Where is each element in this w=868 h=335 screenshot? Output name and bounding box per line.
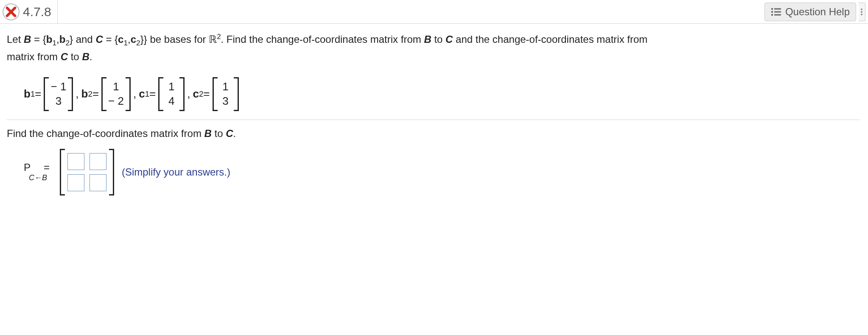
b2-row2: − 2 — [108, 95, 124, 108]
vector-b2: 1 − 2 — [101, 77, 131, 111]
svg-point-2 — [771, 11, 773, 12]
svg-point-8 — [861, 14, 862, 15]
text: } be bases for — [144, 34, 209, 45]
text: 2 — [217, 33, 221, 41]
b1-row2: 3 — [52, 95, 65, 108]
text: C — [445, 34, 453, 45]
basis-vectors: b1 = − 1 3 , b2 = 1 − 2 , c1 = 1 4 , c2 … — [24, 77, 860, 111]
answer-matrix — [60, 149, 114, 195]
svg-rect-3 — [774, 11, 781, 12]
matrix-cell-12[interactable] — [90, 153, 106, 170]
P-subscript: C←B — [29, 173, 47, 183]
b1-row1: − 1 — [50, 80, 66, 93]
c1-label: c1 = — [139, 87, 156, 100]
vector-b1: − 1 3 — [44, 77, 73, 111]
sub-prompt: Find the change-of-coordinates matrix fr… — [7, 128, 860, 140]
answer-area: P = C←B (Simplify your answers.) — [24, 149, 860, 195]
svg-point-6 — [861, 8, 862, 10]
b2-label: b2 = — [81, 87, 99, 100]
b2-row1: 1 — [110, 80, 123, 93]
text: to — [431, 34, 445, 45]
svg-point-0 — [771, 8, 773, 9]
c2-row1: 1 — [219, 80, 232, 93]
text: B — [424, 34, 431, 45]
equals: = — [44, 162, 52, 173]
vector-c1: 1 4 — [158, 77, 185, 111]
help-label: Question Help — [785, 6, 850, 18]
svg-point-4 — [771, 14, 773, 15]
list-icon — [771, 8, 781, 16]
problem-statement: Let B = {b1,b2} and C = {c1,c2}} be base… — [7, 31, 860, 65]
svg-rect-1 — [774, 8, 781, 9]
c1-row2: 4 — [165, 95, 178, 108]
matrix-cell-11[interactable] — [67, 153, 84, 170]
section-divider — [7, 120, 860, 120]
simplify-hint: (Simplify your answers.) — [122, 166, 230, 178]
c1-row1: 1 — [165, 80, 178, 93]
P-letter: P — [24, 162, 33, 173]
text: Let — [7, 34, 24, 45]
text: ℝ — [209, 34, 217, 45]
text: . Find the change-of-coordinates matrix … — [221, 34, 424, 45]
next-button-truncated[interactable] — [859, 3, 865, 21]
svg-rect-5 — [774, 14, 781, 15]
incorrect-icon — [3, 3, 20, 20]
vector-c2: 1 3 — [213, 77, 239, 111]
header-left: 4.7.8 — [3, 0, 58, 24]
matrix-label-P: P = C←B — [24, 162, 52, 183]
header-right: Question Help — [764, 3, 865, 21]
question-help-button[interactable]: Question Help — [764, 3, 856, 21]
question-body: Let B = {b1,b2} and C = {c1,c2}} be base… — [0, 24, 868, 200]
c2-label: c2 = — [193, 87, 210, 100]
matrix-cell-21[interactable] — [67, 174, 84, 191]
svg-point-7 — [861, 11, 862, 13]
c2-row2: 3 — [219, 95, 232, 108]
question-header: 4.7.8 Question Help — [0, 0, 868, 24]
b1-label: b1 = — [24, 87, 41, 100]
question-number: 4.7.8 — [23, 0, 58, 24]
matrix-cell-22[interactable] — [90, 174, 106, 191]
text: and the change-of-coordinates matrix fro… — [453, 34, 647, 45]
x-mark-icon — [5, 6, 17, 18]
